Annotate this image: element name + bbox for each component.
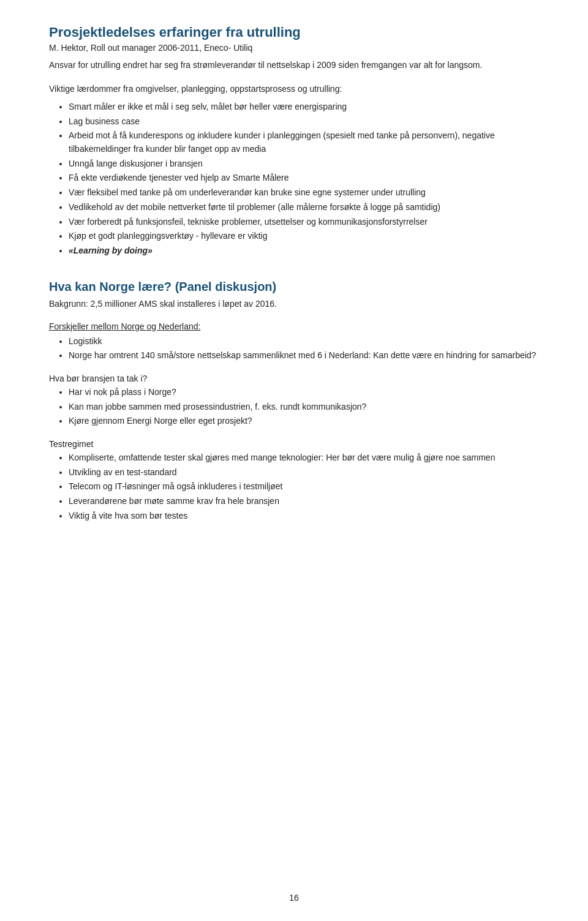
forskjeller-heading: Forskjeller mellom Norge og Nederland: — [49, 321, 539, 331]
main-bullet-list: Smart måler er ikke et mål i seg selv, m… — [69, 100, 539, 258]
list-item: Kjøp et godt planleggingsverktøy - hylle… — [69, 230, 539, 243]
list-item: Kan man jobbe sammen med prosessindustri… — [69, 400, 539, 414]
hva-bor-label: Hva bør bransjen ta tak i? — [49, 374, 539, 383]
hva-bor-list: Har vi nok på plass i Norge? Kan man job… — [69, 386, 539, 428]
list-item: Smart måler er ikke et mål i seg selv, m… — [69, 100, 539, 114]
section2-heading: Hva kan Norge lære? (Panel diskusjon) — [49, 280, 539, 294]
list-item: Norge har omtrent 140 små/store nettsels… — [69, 349, 539, 363]
list-item: Har vi nok på plass i Norge? — [69, 386, 539, 399]
section2-panel-text: (Panel diskusjon) — [175, 280, 277, 293]
list-item: Logistikk — [69, 335, 539, 348]
list-item: Få ekte verdiøkende tjenester ved hjelp … — [69, 171, 539, 185]
list-item: Vær forberedt på funksjonsfeil, tekniske… — [69, 216, 539, 229]
bakgrunn-text: Bakgrunn: 2,5 millioner AMS skal install… — [49, 298, 539, 310]
list-item: Kompliserte, omfattende tester skal gjør… — [69, 451, 539, 465]
main-title: Prosjektledelses erfaringer fra utrullin… — [49, 24, 539, 40]
list-item: «Learning by doing» — [69, 244, 539, 258]
forskjeller-list: Logistikk Norge har omtrent 140 små/stor… — [69, 335, 539, 363]
testregimet-list: Kompliserte, omfattende tester skal gjør… — [69, 451, 539, 522]
intro-text: Ansvar for utrulling endret har seg fra … — [49, 59, 539, 72]
subtitle: M. Hektor, Roll out manager 2006-2011, E… — [49, 43, 539, 53]
section1-intro: Viktige lærdommer fra omgivelser, planle… — [49, 83, 539, 96]
section2-heading-text: Hva kan Norge lære? — [49, 280, 172, 293]
list-item: Viktig å vite hva som bør testes — [69, 509, 539, 523]
list-item: Vedlikehold av det mobile nettverket før… — [69, 201, 539, 214]
page: Prosjektledelses erfaringer fra utrullin… — [0, 0, 588, 921]
list-item: Arbeid mot å få kunderespons og inkluder… — [69, 129, 539, 156]
list-item: Utvikling av en test-standard — [69, 466, 539, 479]
list-item: Kjøre gjennom Energi Norge eller eget pr… — [69, 415, 539, 428]
page-number: 16 — [0, 893, 588, 903]
list-item: Telecom og IT-løsninger må også inkluder… — [69, 480, 539, 494]
testregimet-label: Testregimet — [49, 439, 539, 449]
list-item: Unngå lange diskusjoner i bransjen — [69, 157, 539, 171]
list-item: Vær fleksibel med tanke på om underlever… — [69, 186, 539, 200]
list-item: Lag business case — [69, 115, 539, 129]
list-item: Leverandørene bør møte samme krav fra he… — [69, 495, 539, 508]
